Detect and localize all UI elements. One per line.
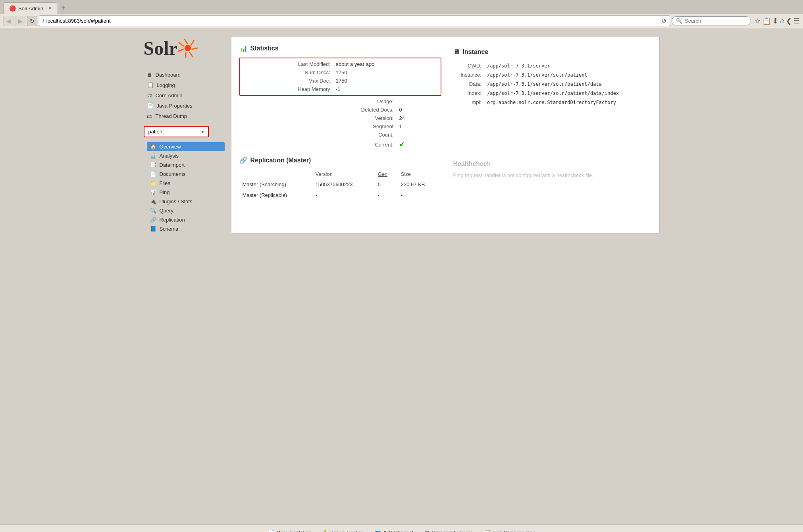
sub-nav-label-schema: Schema (160, 226, 179, 232)
footer-link-solr-query-syntax[interactable]: 📋 Solr Query Syntax (485, 530, 535, 532)
top-content-grid: 📊 Statistics Last Modified: about a year… (239, 44, 651, 150)
replication-cell-gen-1: 5 (375, 179, 398, 190)
healthcheck-section: Healthcheck Ping request handler is not … (449, 156, 651, 183)
files-icon: 📁 (150, 180, 156, 186)
search-icon: 🔍 (676, 18, 682, 24)
documentation-icon: 📄 (268, 530, 274, 532)
community-forum-icon: ✉ (425, 530, 429, 532)
stat-row-current: Current: ✔ (239, 139, 441, 150)
download-icon[interactable]: ⬇ (772, 17, 778, 25)
sub-nav-item-documents[interactable]: 📄 Documents (147, 170, 225, 179)
cwd-label: CWD: (468, 63, 481, 69)
replication-icon: 🔗 (150, 217, 156, 223)
query-icon: 🔍 (150, 208, 156, 214)
replication-col-gen[interactable]: Gen (375, 170, 398, 179)
back-button[interactable]: ◀ (3, 16, 13, 26)
replication-header-row: Version Gen Size (239, 170, 441, 179)
footer-link-irc-channel[interactable]: 👥 IRC Channel (375, 530, 413, 532)
sidebar-label-logging: Logging (157, 82, 175, 88)
highlighted-stats-table: Last Modified: about a year ago Num Docs… (240, 60, 441, 93)
reload-icon[interactable]: ↺ (661, 17, 666, 25)
thread-dump-icon: 🗃 (147, 113, 152, 119)
solr-logo-icon (176, 36, 200, 60)
tab-close-button[interactable]: ✕ (48, 6, 52, 11)
main-layout: Solr (144, 36, 660, 233)
footer-link-community-forum[interactable]: ✉ Community forum (425, 530, 473, 532)
stat-row-heap-memory: Heap Memory -1 (240, 85, 441, 93)
instance-icon: 🖥 (453, 48, 460, 56)
bookmarks-list-icon[interactable]: 📋 (762, 17, 771, 25)
replication-cell-version-2: - (312, 190, 375, 200)
sidebar-item-dashboard[interactable]: 🖥 Dashboard (144, 69, 225, 80)
svg-line-7 (179, 42, 183, 46)
replication-row-master-replicable: Master (Replicable) - - - (239, 190, 441, 200)
bottom-section: 🔗 Replication (Master) Version Gen Size (239, 156, 651, 200)
search-input[interactable] (685, 18, 747, 24)
core-selector: patient ▼ (144, 126, 225, 137)
instance-row-cwd: CWD: /app/solr-7.3.1/server (453, 61, 647, 70)
sub-nav-item-replication[interactable]: 🔗 Replication (147, 215, 225, 224)
instance-section: 🖥 Instance CWD: /app/solr-7.3.1/server I… (449, 44, 651, 150)
sub-nav-label-ping: Ping (160, 189, 170, 195)
instance-row-instance: Instance: /app/solr-7.3.1/server/solr/pa… (453, 70, 647, 79)
url-input[interactable] (46, 18, 659, 24)
sub-nav-item-files[interactable]: 📁 Files (147, 179, 225, 188)
documents-icon: 📄 (150, 171, 156, 177)
sub-nav-label-dataimport: Dataimport (160, 162, 185, 168)
sidebar-label-core-admin: Core Admin (156, 93, 183, 98)
sidebar-item-thread-dump[interactable]: 🗃 Thread Dump (144, 111, 225, 121)
replication-cell-version-1: 1505370600223 (312, 179, 375, 190)
replication-col-size: Size (398, 170, 441, 179)
sub-nav-item-analysis[interactable]: 🔬 Analysis (147, 151, 225, 160)
search-bar: 🔍 (672, 16, 751, 25)
dashboard-icon: 🖥 (147, 71, 152, 78)
sidebar-label-java-properties: Java Properties (157, 103, 193, 109)
sub-nav-item-schema[interactable]: 📘 Schema (147, 224, 225, 233)
replication-cell-name-1: Master (Searching) (239, 179, 312, 190)
new-tab-button[interactable]: + (58, 2, 69, 14)
stat-row-segment: Segment 1 (239, 122, 441, 131)
sub-nav-item-dataimport[interactable]: 📑 Dataimport (147, 160, 225, 170)
replication-cell-name-2: Master (Replicable) (239, 190, 312, 200)
footer-link-documentation[interactable]: 📄 Documentation (268, 530, 311, 532)
replication-table: Version Gen Size Master (Searching) 1505… (239, 170, 441, 200)
sub-nav-item-overview[interactable]: 🏠 Overview (147, 142, 225, 151)
pocket-icon[interactable]: ❮ (786, 17, 792, 25)
replication-cell-gen-2: - (375, 190, 398, 200)
home-icon[interactable]: ⌂ (780, 17, 784, 25)
replication-col-version: Version (312, 170, 375, 179)
replication-title: 🔗 Replication (Master) (239, 156, 441, 164)
sub-nav-item-ping[interactable]: 📊 Ping (147, 188, 225, 197)
sidebar-item-logging[interactable]: 📋 Logging (144, 80, 225, 90)
sub-nav-label-analysis: Analysis (160, 153, 179, 159)
sub-nav-item-plugins-stats[interactable]: 🔌 Plugins / Stats (147, 197, 225, 206)
replication-cell-size-2: - (398, 190, 441, 200)
sidebar-item-java-properties[interactable]: 📄 Java Properties (144, 100, 225, 111)
sub-nav-item-query[interactable]: 🔍 Query (147, 206, 225, 215)
info-icon: i (42, 18, 44, 24)
forward-button[interactable]: ▶ (15, 16, 25, 26)
statistics-icon: 📊 (239, 44, 247, 52)
svg-line-3 (192, 48, 197, 49)
active-tab[interactable]: 🔴 Solr Admin ✕ (3, 2, 58, 14)
replication-healthcheck-grid: 🔗 Replication (Master) Version Gen Size (239, 156, 651, 200)
replication-row-master-searching: Master (Searching) 1505370600223 5 220.9… (239, 179, 441, 190)
stat-row-count: Count: (239, 131, 441, 139)
tab-title: Solr Admin (18, 6, 43, 12)
sidebar-item-core-admin[interactable]: 🗂 Core Admin (144, 90, 225, 100)
logging-icon: 📋 (147, 82, 154, 88)
stat-row-deleted-docs: Deleted Docs: 0 (239, 106, 441, 114)
footer-link-issue-tracker[interactable]: 🐛 Issue Tracker (323, 530, 363, 532)
schema-icon: 📘 (150, 226, 156, 232)
core-select[interactable]: patient (144, 127, 208, 137)
svg-line-4 (190, 52, 193, 57)
refresh-button[interactable]: ↻ (27, 16, 37, 26)
sidebar-label-dashboard: Dashboard (156, 72, 181, 78)
tab-bar: 🔴 Solr Admin ✕ + (0, 0, 803, 14)
healthcheck-message: Ping request handler is not configured w… (453, 172, 647, 179)
irc-channel-icon: 👥 (375, 530, 381, 532)
stat-row-num-docs: Num Docs: 1750 (240, 68, 441, 77)
bookmark-star-icon[interactable]: ☆ (754, 17, 761, 25)
menu-icon[interactable]: ☰ (793, 17, 800, 25)
highlighted-stats-box: Last Modified: about a year ago Num Docs… (239, 58, 441, 96)
